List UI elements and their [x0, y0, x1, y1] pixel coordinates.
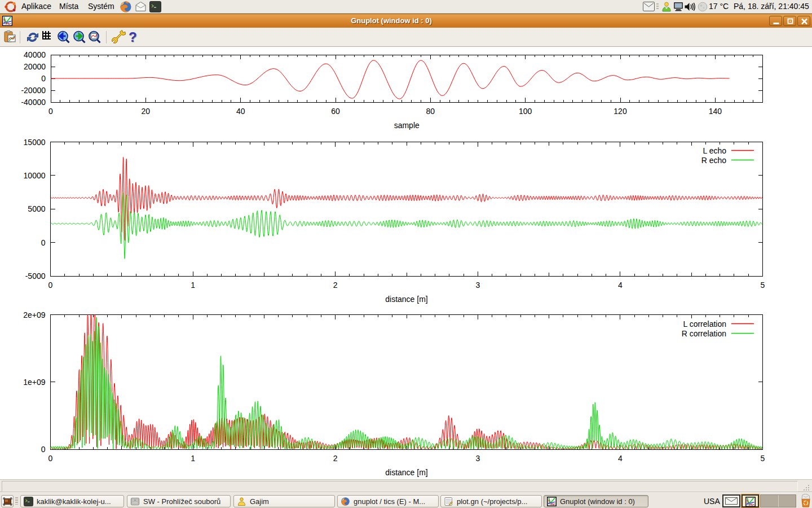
svg-text:20: 20 — [142, 107, 151, 116]
svg-text:0: 0 — [41, 238, 46, 247]
svg-text:4: 4 — [618, 454, 623, 463]
svg-text:-5000: -5000 — [25, 271, 46, 281]
svg-text:0: 0 — [48, 107, 53, 116]
svg-text:distance [m]: distance [m] — [385, 468, 427, 477]
svg-text:120: 120 — [614, 107, 627, 116]
svg-text:L echo: L echo — [703, 146, 726, 155]
svg-text:60: 60 — [331, 107, 340, 116]
svg-text:2: 2 — [333, 281, 338, 290]
svg-text:R correlation: R correlation — [682, 329, 726, 338]
svg-text:80: 80 — [426, 107, 435, 116]
svg-text:1: 1 — [191, 454, 195, 463]
svg-text:2e+09: 2e+09 — [23, 310, 46, 319]
svg-text:10000: 10000 — [24, 171, 46, 180]
svg-text:40: 40 — [236, 107, 245, 116]
svg-text:0: 0 — [41, 74, 46, 83]
svg-text:distance [m]: distance [m] — [385, 295, 427, 304]
svg-text:3: 3 — [475, 281, 480, 290]
svg-text:L correlation: L correlation — [683, 319, 726, 329]
svg-text:5: 5 — [761, 281, 765, 290]
svg-text:-20000: -20000 — [21, 86, 46, 95]
svg-text:0: 0 — [48, 454, 53, 463]
svg-text:3: 3 — [475, 454, 480, 463]
svg-text:100: 100 — [519, 107, 532, 116]
svg-text:sample: sample — [394, 121, 420, 130]
svg-text:1: 1 — [191, 281, 195, 290]
svg-text:5: 5 — [761, 454, 765, 463]
svg-text:2: 2 — [333, 454, 338, 463]
svg-text:15000: 15000 — [24, 138, 46, 147]
svg-text:40000: 40000 — [24, 50, 46, 59]
svg-text:140: 140 — [709, 107, 722, 116]
svg-text:20000: 20000 — [24, 62, 46, 71]
svg-text:0: 0 — [41, 445, 46, 454]
svg-text:0: 0 — [48, 281, 53, 290]
svg-text:R echo: R echo — [701, 156, 727, 165]
svg-text:4: 4 — [618, 281, 623, 290]
svg-text:1e+09: 1e+09 — [23, 378, 46, 387]
svg-text:-40000: -40000 — [21, 98, 46, 107]
svg-text:5000: 5000 — [28, 204, 45, 213]
